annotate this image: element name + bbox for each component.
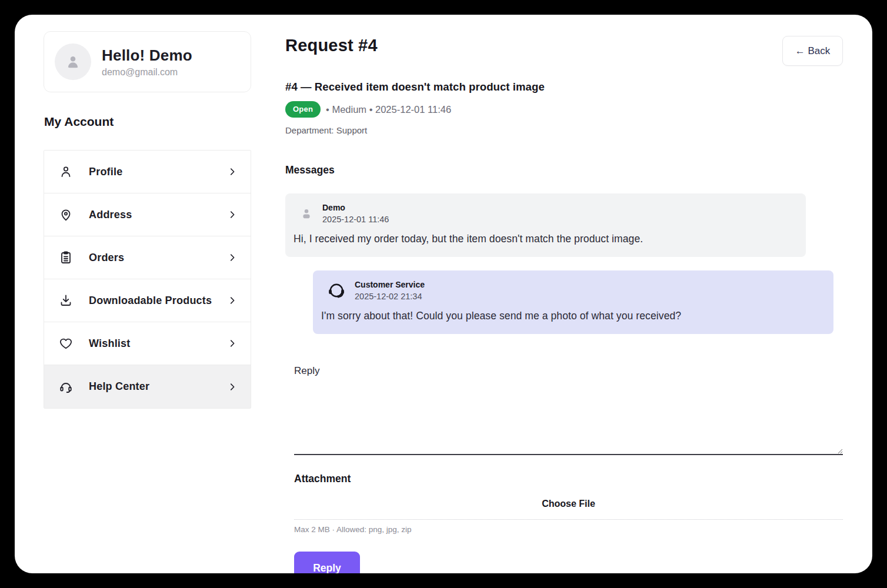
sidebar: Hello! Demo demo@gmail.com My Account Pr… [44,31,251,573]
message-timestamp: 2025-12-01 11:46 [322,215,389,224]
message-timestamp: 2025-12-02 21:34 [355,292,425,301]
request-detail: Request #4 ← Back #4 — Received item doe… [285,31,843,573]
file-hint: Max 2 MB · Allowed: png, jpg, zip [294,525,843,534]
submit-reply-button[interactable]: Reply [294,552,360,573]
chevron-right-icon [227,252,238,263]
message-header: Customer Service 2025-12-02 21:34 [321,280,825,301]
department-text: Department: Support [285,125,843,135]
user-silhouette-icon [299,205,314,222]
message-author: Customer Service [355,280,425,289]
sidebar-item-label: Profile [89,166,227,178]
sidebar-item-label: Downloadable Products [89,295,227,307]
account-menu: Profile Address Orders [44,150,251,409]
reply-label: Reply [294,365,843,377]
back-button[interactable]: ← Back [782,36,843,66]
ticket-subject: #4 — Received item doesn't match product… [285,81,843,93]
profile-email: demo@gmail.com [102,67,192,78]
choose-file-button[interactable]: Choose File [294,485,843,520]
profile-card: Hello! Demo demo@gmail.com [44,31,251,92]
attachment-heading: Attachment [294,473,843,485]
chevron-right-icon [227,382,238,392]
user-silhouette-icon [64,53,82,71]
reply-form: Reply Attachment Choose File Max 2 MB · … [285,365,843,573]
clipboard-icon [59,250,73,265]
sidebar-item-profile[interactable]: Profile [44,151,251,193]
location-pin-icon [59,208,73,222]
download-icon [59,293,73,308]
chevron-right-icon [227,338,238,349]
main-header: Request #4 ← Back [285,36,843,66]
sidebar-item-label: Wishlist [89,338,227,350]
ticket-meta: Open • Medium • 2025-12-01 11:46 [285,101,843,118]
page-title: Request #4 [285,36,378,55]
account-page: Hello! Demo demo@gmail.com My Account Pr… [15,15,872,573]
messages-heading: Messages [285,164,843,176]
message-customer: Demo 2025-12-01 11:46 Hi, I received my … [285,193,806,257]
sidebar-item-label: Help Center [89,380,227,393]
sidebar-item-orders[interactable]: Orders [44,236,251,279]
choose-file-label: Choose File [542,499,595,509]
sidebar-item-address[interactable]: Address [44,193,251,236]
profile-info: Hello! Demo demo@gmail.com [102,46,192,78]
chevron-right-icon [227,209,238,220]
chevron-right-icon [227,295,238,306]
message-text: I'm sorry about that! Could you please s… [321,310,825,322]
message-text: Hi, I received my order today, but the i… [294,233,798,245]
status-badge: Open [285,101,321,118]
headset-icon [59,380,73,394]
sidebar-item-label: Address [89,209,227,221]
chevron-right-icon [227,166,238,177]
sidebar-item-downloadable-products[interactable]: Downloadable Products [44,279,251,322]
message-staff: Customer Service 2025-12-02 21:34 I'm so… [313,270,833,334]
sidebar-item-help-center[interactable]: Help Center [44,365,251,408]
ticket-meta-text: • Medium • 2025-12-01 11:46 [326,104,451,115]
avatar [55,44,91,80]
heart-icon [59,336,73,350]
sidebar-section-title: My Account [44,115,251,129]
message-author-block: Customer Service 2025-12-02 21:34 [355,280,425,301]
message-author-block: Demo 2025-12-01 11:46 [322,203,389,224]
message-author: Demo [322,203,389,212]
profile-name: Hello! Demo [102,46,192,65]
user-icon [59,165,73,179]
sidebar-item-label: Orders [89,252,227,264]
message-header: Demo 2025-12-01 11:46 [294,203,798,224]
sidebar-item-wishlist[interactable]: Wishlist [44,322,251,365]
reply-textarea[interactable] [294,382,843,455]
headset-icon [326,280,346,300]
